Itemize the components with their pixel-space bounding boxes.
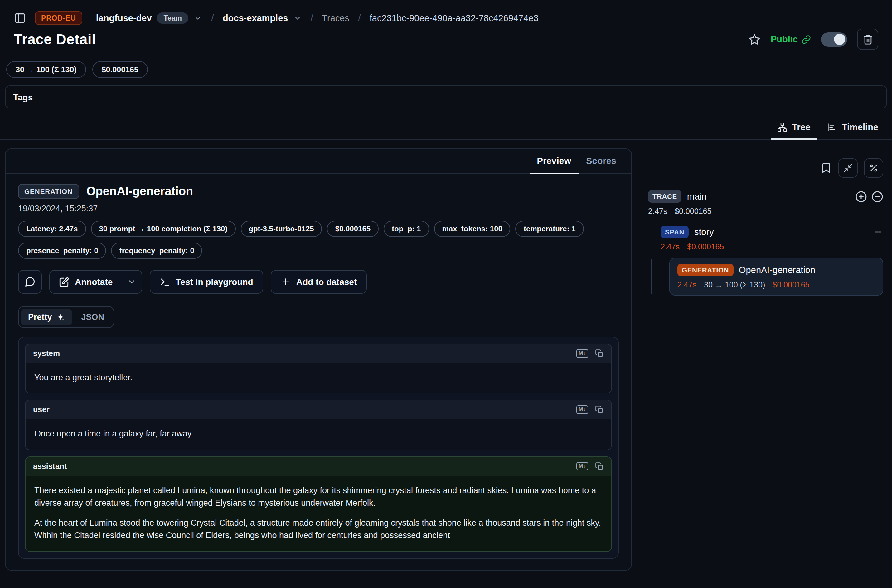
public-label: Public: [771, 34, 798, 44]
trace-name: main: [687, 191, 707, 201]
presence-penalty-pill: presence_penalty: 0: [18, 243, 107, 259]
span-children: GENERATION OpenAI-generation 2.47s 30 → …: [661, 258, 883, 296]
tab-preview[interactable]: Preview: [530, 149, 579, 174]
copy-button[interactable]: [595, 462, 604, 471]
span-cost: $0.000165: [687, 243, 724, 251]
message-header: assistant M↓: [26, 457, 611, 476]
cost-pill: $0.000165: [327, 221, 378, 237]
trace-badge: TRACE: [648, 190, 682, 202]
tree-icon: [777, 122, 787, 132]
tree-node-generation-selected[interactable]: GENERATION OpenAI-generation 2.47s 30 → …: [669, 258, 883, 296]
latency-pill: Latency: 2.47s: [18, 221, 86, 237]
message-header-icons: M↓: [576, 349, 604, 358]
panel-left-icon: [14, 12, 26, 24]
breadcrumb-traces-link[interactable]: Traces: [322, 13, 349, 23]
add-to-dataset-button[interactable]: Add to dataset: [271, 270, 367, 294]
trace-latency: 2.47s: [648, 207, 667, 216]
markdown-toggle-icon[interactable]: M↓: [576, 462, 588, 471]
delete-trace-button[interactable]: [857, 28, 878, 50]
star-button[interactable]: [749, 33, 761, 45]
public-link[interactable]: Public: [771, 34, 811, 44]
comment-button[interactable]: [18, 270, 42, 294]
message-assistant: assistant M↓ There ex: [25, 456, 612, 552]
span-row-actions: [873, 227, 883, 237]
span-latency: 2.47s: [661, 243, 680, 251]
public-toggle[interactable]: [821, 32, 847, 46]
bookmark-icon: [820, 162, 832, 174]
timeline-icon: [827, 122, 837, 132]
collapse-nodes-button[interactable]: [871, 190, 883, 202]
span-badge: SPAN: [661, 226, 689, 238]
max-tokens-pill: max_tokens: 100: [434, 221, 510, 237]
trace-detail-page: PROD-EU langfuse-dev Team / docs-example…: [0, 0, 892, 588]
playground-label: Test in playground: [176, 277, 253, 287]
tags-label: Tags: [13, 92, 33, 102]
format-json-button[interactable]: JSON: [74, 309, 112, 326]
observation-body: GENERATION OpenAI-generation 19/03/2024,…: [6, 174, 631, 570]
breadcrumb-org[interactable]: langfuse-dev Team: [96, 12, 203, 24]
observation-name: OpenAI-generation: [86, 184, 193, 198]
collapse-span-button[interactable]: [873, 227, 883, 237]
environment-badge: PROD-EU: [35, 11, 83, 25]
org-type-badge: Team: [157, 12, 189, 24]
expand-all-button[interactable]: [855, 190, 867, 202]
copy-button[interactable]: [595, 406, 604, 414]
message-content: There existed a majestic planet called L…: [26, 476, 611, 551]
title-row: Trace Detail Public: [0, 25, 892, 50]
trace-cost: $0.000165: [674, 207, 712, 216]
message-header-icons: M↓: [576, 406, 604, 414]
collapse-all-button[interactable]: [838, 158, 858, 178]
edit-icon: [59, 276, 69, 287]
minus-icon: [873, 227, 883, 237]
chevron-down-icon: [127, 278, 136, 286]
format-pretty-button[interactable]: Pretty: [21, 309, 73, 326]
breadcrumb-project[interactable]: docs-examples: [223, 13, 302, 23]
chevron-down-icon[interactable]: [194, 14, 203, 22]
add-to-dataset-label: Add to dataset: [296, 277, 357, 287]
generation-name: OpenAI-generation: [739, 265, 815, 275]
tab-timeline[interactable]: Timeline: [821, 117, 884, 140]
assistant-paragraph: There existed a majestic planet called L…: [34, 484, 602, 509]
copy-icon: [595, 349, 604, 358]
chevron-down-icon[interactable]: [293, 14, 302, 22]
toggle-knob: [834, 34, 845, 45]
star-icon: [749, 33, 761, 45]
copy-button[interactable]: [595, 349, 604, 358]
project-name[interactable]: docs-examples: [223, 13, 288, 23]
tree-node-span: SPAN story 2.47s $0.000165: [661, 226, 883, 296]
span-row[interactable]: SPAN story: [661, 226, 883, 238]
observation-type-badge: GENERATION: [18, 184, 79, 199]
span-metrics: 2.47s $0.000165: [661, 243, 883, 251]
test-in-playground-button[interactable]: Test in playground: [149, 270, 263, 294]
tree-node-trace[interactable]: TRACE main: [648, 190, 883, 202]
generation-metrics: 2.47s 30 → 100 (Σ 130) $0.000165: [677, 280, 875, 290]
annotate-label: Annotate: [75, 277, 113, 287]
markdown-toggle-icon[interactable]: M↓: [576, 406, 588, 414]
message-header: user M↓: [26, 400, 611, 419]
tab-scores[interactable]: Scores: [578, 149, 624, 174]
comment-icon: [24, 276, 36, 288]
bookmark-button[interactable]: [820, 162, 832, 174]
terminal-icon: [159, 276, 170, 287]
org-name[interactable]: langfuse-dev: [96, 13, 152, 23]
tab-tree[interactable]: Tree: [771, 117, 817, 140]
token-pill: 30 prompt → 100 completion (Σ 130): [91, 221, 236, 237]
trace-summary-badges: 30 → 100 (Σ 130) $0.000165: [0, 50, 892, 78]
tags-section[interactable]: Tags: [5, 86, 887, 108]
generation-cost: $0.000165: [773, 280, 809, 290]
format-toggle: Pretty JSON: [18, 306, 114, 328]
model-pill: gpt-3.5-turbo-0125: [240, 221, 322, 237]
main-content: Preview Scores GENERATION OpenAI-generat…: [0, 140, 892, 570]
sidebar-toggle-button[interactable]: [14, 12, 26, 24]
observation-detail-card: Preview Scores GENERATION OpenAI-generat…: [5, 148, 632, 570]
trace-row-actions: [855, 190, 883, 202]
annotate-button[interactable]: Annotate: [50, 271, 121, 293]
tab-tree-label: Tree: [792, 122, 811, 132]
show-percentages-button[interactable]: [864, 158, 883, 178]
temperature-pill: temperature: 1: [515, 221, 584, 237]
message-content: Once upon a time in a galaxy far, far aw…: [26, 419, 611, 450]
markdown-toggle-icon[interactable]: M↓: [576, 349, 588, 358]
message-content: You are a great storyteller.: [26, 363, 611, 393]
annotate-dropdown-button[interactable]: [121, 271, 141, 293]
observation-params-row2: presence_penalty: 0 frequency_penalty: 0: [18, 243, 619, 259]
